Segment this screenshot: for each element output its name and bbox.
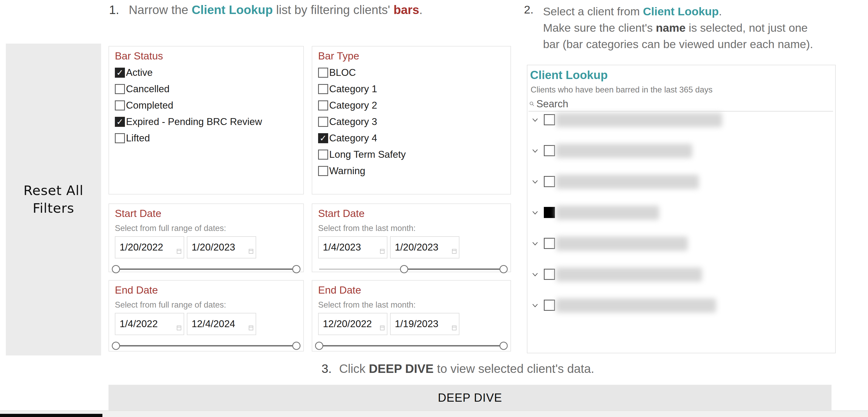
date-from-input[interactable]: 1/20/2022: [115, 236, 184, 258]
client-lookup-ref: Client Lookup: [192, 3, 273, 16]
filter-option-long-term-safety[interactable]: Long Term Safety: [318, 146, 510, 163]
slider-selected-range[interactable]: [116, 269, 297, 270]
checkbox-unchecked[interactable]: [318, 68, 328, 78]
checkbox-label: Category 2: [329, 100, 377, 111]
bars-ref: bars: [394, 3, 419, 16]
client-name-redacted[interactable]: [556, 206, 659, 220]
filter-option-category-2[interactable]: Category 2: [318, 97, 510, 114]
date-to-input[interactable]: 1/19/2023: [390, 313, 459, 335]
client-checkbox[interactable]: [544, 269, 555, 280]
filter-option-cancelled[interactable]: Cancelled: [115, 81, 303, 97]
checkbox-unchecked[interactable]: [318, 149, 328, 160]
client-name-redacted[interactable]: [556, 113, 722, 127]
client-checkbox[interactable]: [544, 176, 555, 187]
filter-title: Start Date: [318, 208, 510, 219]
filter-option-completed[interactable]: Completed: [115, 97, 303, 114]
slider-handle-end[interactable]: [292, 265, 301, 273]
filter-title: Start Date: [115, 208, 303, 219]
client-checkbox[interactable]: [544, 300, 555, 311]
date-from-input[interactable]: 1/4/2022: [115, 313, 184, 335]
slider-handle-start[interactable]: [112, 342, 120, 350]
slider-handle-end[interactable]: [292, 342, 301, 350]
date-from-input[interactable]: 12/20/2022: [318, 313, 388, 335]
filter-option-active[interactable]: ✓Active: [115, 65, 303, 81]
date-range-slider[interactable]: [319, 264, 504, 274]
chevron-down-icon[interactable]: [531, 239, 539, 248]
client-name-redacted[interactable]: [556, 268, 702, 282]
checkbox-unchecked[interactable]: [115, 133, 125, 143]
filter-option-category-1[interactable]: Category 1: [318, 81, 510, 97]
date-to-input[interactable]: 1/20/2023: [187, 236, 256, 258]
step-text: Select a client from Client Lookup. Make…: [543, 3, 813, 52]
checkbox-unchecked[interactable]: [115, 84, 125, 94]
slider-selected-range[interactable]: [404, 269, 504, 270]
calendar-icon: [452, 325, 457, 330]
checkbox-unchecked[interactable]: [318, 117, 328, 127]
date-to-input[interactable]: 12/4/2024: [187, 313, 256, 335]
chevron-down-icon[interactable]: [531, 208, 539, 217]
step-text: Narrow the Client Lookup list by filteri…: [129, 3, 423, 17]
slider-selected-range[interactable]: [319, 345, 504, 346]
checkbox-checked[interactable]: ✓: [115, 68, 125, 78]
checkbox-label: Cancelled: [126, 83, 169, 95]
client-name-redacted[interactable]: [556, 175, 699, 189]
client-row[interactable]: [527, 176, 835, 207]
checkbox-label: Warning: [329, 166, 365, 176]
filter-option-bloc[interactable]: BLOC: [318, 65, 510, 81]
checkbox-unchecked[interactable]: [115, 100, 125, 110]
client-row[interactable]: [527, 238, 835, 269]
deep-dive-button[interactable]: DEEP DIVE: [108, 385, 832, 410]
slider-handle-end[interactable]: [500, 342, 508, 350]
chevron-down-icon[interactable]: [531, 270, 539, 279]
calendar-icon: [249, 325, 253, 330]
date-range-slider[interactable]: [319, 341, 504, 351]
client-checkbox[interactable]: [544, 238, 555, 249]
client-row[interactable]: [527, 269, 835, 300]
checkbox-checked[interactable]: ✓: [318, 133, 328, 143]
chevron-down-icon[interactable]: [531, 301, 539, 310]
checkbox-checked[interactable]: ✓: [115, 117, 125, 127]
checkbox-unchecked[interactable]: [318, 100, 328, 110]
calendar-icon: [452, 249, 457, 254]
client-row[interactable]: [527, 145, 835, 176]
client-row[interactable]: [527, 300, 835, 331]
client-checkbox[interactable]: [544, 114, 555, 125]
filter-option-warning[interactable]: Warning: [318, 163, 510, 179]
reset-all-filters-button[interactable]: Reset All Filters: [6, 44, 101, 355]
client-search-input[interactable]: Search: [528, 97, 833, 111]
slider-handle-start[interactable]: [112, 265, 120, 273]
deep-dive-ref: DEEP DIVE: [369, 362, 434, 376]
client-name-redacted[interactable]: [556, 298, 716, 313]
slider-handle-start[interactable]: [400, 265, 408, 273]
calendar-icon: [177, 249, 181, 254]
client-row[interactable]: [527, 114, 835, 145]
checkbox-unchecked[interactable]: [318, 84, 328, 94]
instruction-step-1: 1. Narrow the Client Lookup list by filt…: [109, 3, 423, 17]
client-lookup-title: Client Lookup: [530, 68, 835, 82]
client-checkbox[interactable]: [544, 145, 555, 156]
client-name-redacted[interactable]: [556, 237, 688, 251]
date-range-slider[interactable]: [116, 341, 297, 351]
filter-option-lifted[interactable]: Lifted: [115, 130, 303, 146]
filter-option-category-4[interactable]: ✓Category 4: [318, 130, 510, 146]
slider-handle-end[interactable]: [500, 265, 508, 273]
slider-handle-start[interactable]: [315, 342, 323, 350]
chevron-down-icon[interactable]: [531, 115, 539, 125]
slider-selected-range[interactable]: [116, 345, 297, 346]
chevron-down-icon[interactable]: [531, 146, 539, 155]
client-row[interactable]: [527, 207, 835, 238]
checkbox-unchecked[interactable]: [318, 166, 328, 176]
checkbox-label: Category 3: [329, 116, 377, 127]
chevron-down-icon[interactable]: [531, 177, 539, 186]
date-from-input[interactable]: 1/4/2023: [318, 236, 388, 258]
client-lookup-panel: Client Lookup Clients who have been barr…: [527, 65, 836, 353]
bar-type-filter: Bar Type BLOCCategory 1Category 2Categor…: [312, 46, 511, 195]
filter-option-category-3[interactable]: Category 3: [318, 114, 510, 130]
filter-title: Bar Status: [115, 50, 303, 62]
date-to-input[interactable]: 1/20/2023: [390, 236, 459, 258]
start-date-full-filter: Start Date Select from full range of dat…: [108, 204, 304, 272]
date-range-slider[interactable]: [116, 264, 297, 274]
client-name-redacted[interactable]: [556, 144, 692, 158]
client-checkbox-selected[interactable]: [544, 207, 555, 218]
filter-option-expired-pending-brc-review[interactable]: ✓Expired - Pending BRC Review: [115, 114, 303, 130]
